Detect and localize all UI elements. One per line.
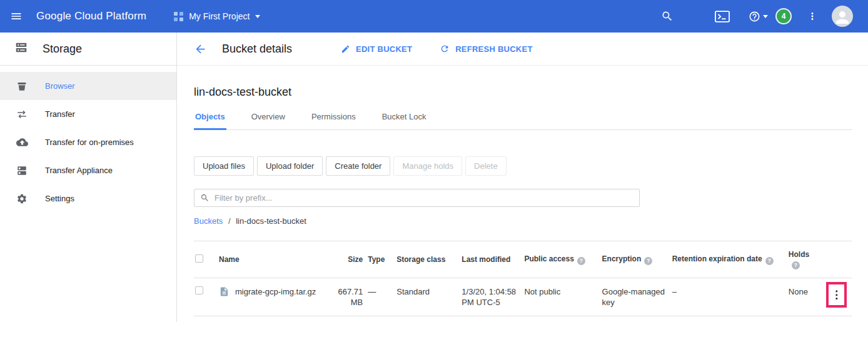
chevron-down-icon bbox=[763, 15, 768, 18]
column-header-public-access: Public access? bbox=[524, 241, 602, 278]
object-last-modified: 1/3/20, 1:04:58 PM UTC-5 bbox=[462, 278, 524, 316]
help-icon[interactable]: ? bbox=[765, 257, 774, 265]
search-icon[interactable] bbox=[661, 10, 674, 23]
sidebar-title: Storage bbox=[43, 43, 82, 56]
hamburger-menu-icon[interactable] bbox=[0, 0, 33, 33]
table-row: migrate-gcp-img.tar.gz 667.71 MB — Stand… bbox=[194, 278, 852, 316]
objects-table: Name Size Type Storage class Last modifi… bbox=[194, 241, 852, 316]
more-options-icon[interactable] bbox=[807, 11, 818, 22]
object-size: 667.71 MB bbox=[331, 278, 368, 316]
object-public-access: Not public bbox=[524, 278, 602, 316]
search-icon bbox=[200, 193, 209, 203]
tab-bar: Objects Overview Permissions Bucket Lock bbox=[194, 108, 852, 130]
row-more-options-icon[interactable]: ⋮ bbox=[831, 289, 842, 300]
refresh-icon bbox=[440, 44, 450, 54]
refresh-bucket-button[interactable]: REFRESH BUCKET bbox=[440, 44, 532, 54]
sidebar-item-label: Transfer bbox=[45, 109, 75, 119]
breadcrumb: Buckets / lin-docs-test-bucket bbox=[194, 216, 852, 226]
breadcrumb-current: lin-docs-test-bucket bbox=[236, 216, 306, 226]
tab-permissions[interactable]: Permissions bbox=[310, 108, 357, 129]
breadcrumb-buckets-link[interactable]: Buckets bbox=[194, 216, 223, 226]
column-header-last-modified: Last modified bbox=[462, 241, 524, 278]
filter-input[interactable] bbox=[214, 193, 633, 203]
back-arrow-icon[interactable] bbox=[194, 43, 207, 56]
filter-by-prefix-field bbox=[194, 189, 640, 207]
object-retention: – bbox=[672, 278, 789, 316]
appliance-icon bbox=[16, 165, 28, 176]
table-header-row: Name Size Type Storage class Last modifi… bbox=[194, 241, 852, 278]
sidebar-item-label: Transfer Appliance bbox=[45, 166, 113, 175]
page-title: Bucket details bbox=[222, 43, 292, 56]
brand-title: Google Cloud Platform bbox=[36, 10, 146, 23]
sidebar-item-transfer-on-premises[interactable]: Transfer for on-premises bbox=[0, 128, 176, 156]
column-header-retention: Retention expiration date? bbox=[672, 241, 789, 278]
tab-overview[interactable]: Overview bbox=[250, 108, 286, 129]
project-selector[interactable]: My First Project bbox=[174, 11, 260, 21]
sidebar-item-label: Browser bbox=[45, 81, 75, 91]
column-header-name: Name bbox=[219, 241, 331, 278]
help-icon[interactable]: ? bbox=[577, 257, 585, 265]
column-header-storage-class: Storage class bbox=[396, 241, 462, 278]
upload-folder-button[interactable]: Upload folder bbox=[257, 156, 323, 176]
breadcrumb-separator: / bbox=[228, 216, 231, 226]
create-folder-button[interactable]: Create folder bbox=[326, 156, 390, 176]
project-name: My First Project bbox=[189, 11, 250, 21]
edit-bucket-button[interactable]: EDIT BUCKET bbox=[341, 44, 412, 54]
transfer-arrows-icon bbox=[16, 109, 28, 120]
sidebar-item-browser[interactable]: Browser bbox=[0, 72, 176, 100]
help-icon[interactable]: ? bbox=[644, 257, 652, 265]
cloud-shell-icon[interactable] bbox=[715, 11, 730, 23]
sidebar: Storage Browser Transfer Transfer for on… bbox=[0, 33, 177, 322]
object-actions: Upload files Upload folder Create folder… bbox=[194, 156, 852, 176]
file-icon bbox=[219, 286, 230, 297]
object-name-link[interactable]: migrate-gcp-img.tar.gz bbox=[235, 286, 316, 297]
column-header-holds: Holds? bbox=[789, 241, 823, 278]
column-header-actions bbox=[823, 241, 852, 278]
column-header-type: Type bbox=[368, 241, 396, 278]
sidebar-item-label: Transfer for on-premises bbox=[45, 138, 134, 147]
column-header-encryption: Encryption? bbox=[602, 241, 672, 278]
sidebar-item-settings[interactable]: Settings bbox=[0, 184, 176, 213]
tab-bucket-lock[interactable]: Bucket Lock bbox=[381, 108, 428, 129]
tab-objects[interactable]: Objects bbox=[194, 108, 226, 129]
storage-product-icon bbox=[14, 41, 28, 57]
cloud-upload-icon bbox=[16, 136, 28, 148]
help-icon[interactable]: ? bbox=[792, 261, 800, 269]
object-encryption: Google-managed key bbox=[602, 278, 672, 316]
main-panel: Bucket details EDIT BUCKET REFRESH BUCKE… bbox=[177, 33, 868, 322]
sidebar-item-label: Settings bbox=[45, 194, 74, 203]
gear-icon bbox=[16, 193, 28, 204]
sidebar-item-transfer-appliance[interactable]: Transfer Appliance bbox=[0, 156, 176, 184]
notifications-badge[interactable]: 4 bbox=[777, 9, 790, 23]
object-storage-class: Standard bbox=[396, 278, 462, 316]
delete-button: Delete bbox=[465, 156, 507, 176]
project-icon bbox=[174, 12, 183, 21]
pencil-icon bbox=[341, 44, 350, 54]
row-checkbox[interactable] bbox=[195, 286, 203, 294]
topbar-actions: 4 bbox=[661, 6, 868, 27]
page-header: Bucket details EDIT BUCKET REFRESH BUCKE… bbox=[177, 33, 868, 66]
upload-files-button[interactable]: Upload files bbox=[194, 156, 254, 176]
manage-holds-button: Manage holds bbox=[393, 156, 462, 176]
sidebar-header: Storage bbox=[0, 33, 176, 66]
object-holds: None bbox=[789, 278, 823, 316]
column-header-size: Size bbox=[331, 241, 368, 278]
sidebar-item-transfer[interactable]: Transfer bbox=[0, 100, 176, 128]
chevron-down-icon bbox=[255, 15, 260, 18]
help-icon[interactable] bbox=[749, 11, 768, 23]
bucket-details-content: lin-docs-test-bucket Objects Overview Pe… bbox=[177, 66, 868, 316]
select-all-checkbox[interactable] bbox=[195, 254, 203, 263]
object-type: — bbox=[368, 278, 396, 316]
avatar[interactable] bbox=[832, 6, 853, 27]
annotation-highlight-box: ⋮ bbox=[826, 282, 847, 308]
sidebar-nav: Browser Transfer Transfer for on-premise… bbox=[0, 66, 176, 213]
bucket-icon bbox=[16, 81, 28, 92]
bucket-name: lin-docs-test-bucket bbox=[194, 86, 852, 99]
topbar: Google Cloud Platform My First Project 4 bbox=[0, 0, 868, 33]
